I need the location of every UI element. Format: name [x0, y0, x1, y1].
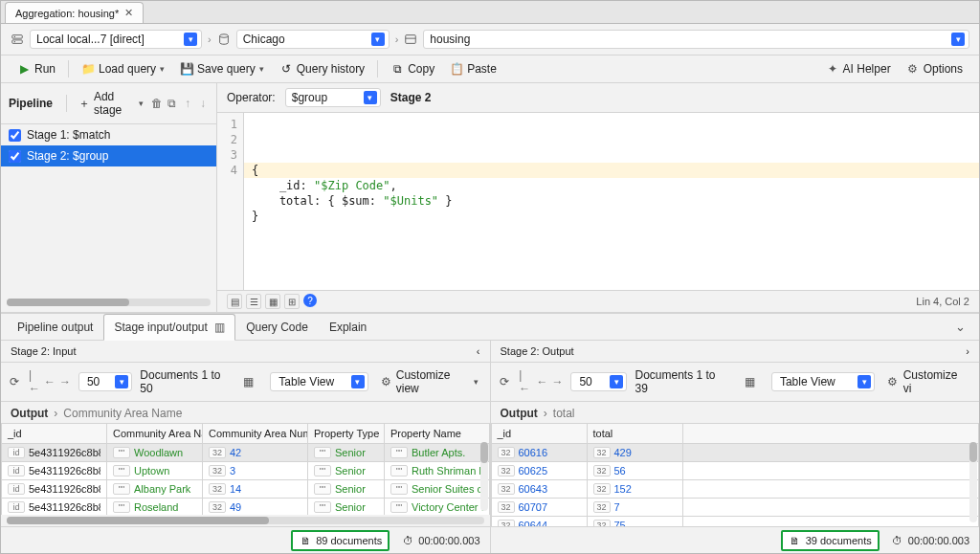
add-stage-button[interactable]: ＋ Add stage ▾: [75, 88, 147, 119]
table-row[interactable]: 3260707327: [491, 499, 979, 517]
grid-cell[interactable]: 3242: [203, 444, 308, 462]
grid-icon[interactable]: ▦: [242, 375, 255, 388]
input-grid-wrap[interactable]: _idCommunity Area NameCommunity Area Num…: [1, 423, 490, 515]
grid-cell[interactable]: 323: [203, 462, 308, 480]
view-selector[interactable]: Table View ▾: [270, 372, 368, 391]
operator-selector[interactable]: $group ▾: [285, 88, 381, 107]
horizontal-scrollbar[interactable]: [7, 517, 484, 524]
grid-cell[interactable]: ""Albany Park: [107, 480, 203, 499]
page-size-selector[interactable]: 50 ▾: [570, 372, 627, 391]
move-down-icon[interactable]: ↓: [197, 97, 209, 110]
database-selector[interactable]: Chicago ▾: [236, 30, 390, 49]
pipeline-stage-item[interactable]: Stage 1: $match: [1, 124, 216, 145]
grid-cell[interactable]: 3260643: [491, 480, 587, 499]
table-row[interactable]: id5e4311926c8b8""Roseland3249""Senior""V…: [2, 499, 490, 516]
grid-cell[interactable]: 32152: [587, 480, 682, 499]
grid-cell[interactable]: ""Butler Apts.: [385, 444, 490, 462]
grid-cell[interactable]: 327: [587, 499, 682, 517]
table-row[interactable]: 326061632429: [491, 444, 979, 462]
grid-cell[interactable]: 3260644: [491, 517, 587, 527]
run-button[interactable]: ▶ Run: [11, 59, 62, 78]
grid-cell[interactable]: ""Roseland: [107, 499, 203, 516]
grid-icon[interactable]: ▦: [743, 375, 756, 388]
document-tab[interactable]: Aggregation: housing* ✕: [5, 2, 144, 23]
grid-cell[interactable]: 3214: [203, 480, 308, 499]
collection-selector[interactable]: housing ▾: [423, 30, 969, 49]
grid-cell[interactable]: 3260625: [491, 462, 587, 480]
ai-helper-button[interactable]: ✦ AI Helper: [819, 59, 898, 78]
view-mode-icon[interactable]: ▤: [227, 294, 242, 309]
table-row[interactable]: 326064332152: [491, 480, 979, 499]
grid-cell[interactable]: ""Senior: [308, 462, 385, 480]
scrollbar-thumb[interactable]: [480, 442, 488, 463]
column-header[interactable]: total: [587, 424, 682, 444]
next-page-icon[interactable]: →: [59, 375, 71, 388]
column-header[interactable]: Property Type: [308, 424, 385, 444]
view-selector[interactable]: Table View ▾: [771, 372, 875, 391]
grid-cell[interactable]: 3275: [587, 517, 682, 527]
prev-page-icon[interactable]: ←: [44, 375, 56, 388]
vertical-scrollbar[interactable]: [480, 442, 488, 511]
collapse-panel-button[interactable]: ⌄: [947, 320, 973, 334]
grid-cell[interactable]: ""Senior: [308, 480, 385, 499]
vertical-scrollbar[interactable]: [969, 442, 977, 522]
table-row[interactable]: 32606443275: [491, 517, 979, 527]
column-header[interactable]: _id: [2, 424, 107, 444]
collapse-right-icon[interactable]: ›: [966, 345, 969, 357]
grid-cell[interactable]: ""Ruth Shriman Ho: [385, 462, 490, 480]
prev-page-icon[interactable]: ←: [536, 375, 547, 388]
code-editor[interactable]: 1234 { _id: "$Zip Code", total: { $sum: …: [217, 113, 979, 290]
collapse-left-icon[interactable]: ‹: [477, 345, 480, 357]
stage-enabled-checkbox[interactable]: [9, 150, 21, 163]
view-mode-icon[interactable]: ⊞: [284, 294, 300, 309]
query-history-button[interactable]: ↺ Query history: [273, 59, 371, 78]
options-button[interactable]: ⚙ Options: [900, 59, 969, 78]
table-row[interactable]: id5e4311926c8b8""Uptown323""Senior""Ruth…: [2, 462, 490, 480]
refresh-icon[interactable]: ⟳: [9, 375, 21, 388]
paste-button[interactable]: 📋 Paste: [443, 59, 503, 78]
tab-pipeline-output[interactable]: Pipeline output: [7, 314, 103, 340]
view-mode-icon[interactable]: ▦: [265, 294, 280, 309]
grid-cell[interactable]: ""Woodlawn: [107, 444, 203, 462]
connection-selector[interactable]: Local local...7 [direct] ▾: [30, 30, 202, 49]
scrollbar-thumb[interactable]: [969, 442, 977, 462]
copy-button[interactable]: ⧉ Copy: [384, 59, 441, 78]
column-header[interactable]: Community Area Numb: [203, 424, 308, 444]
tab-explain[interactable]: Explain: [319, 314, 377, 340]
first-page-icon[interactable]: |←: [29, 368, 40, 395]
grid-cell[interactable]: 3260616: [491, 444, 587, 462]
move-up-icon[interactable]: ↑: [182, 97, 193, 110]
scrollbar-thumb[interactable]: [7, 517, 269, 524]
tab-stage-io[interactable]: Stage input/output ▥: [103, 314, 235, 341]
grid-cell[interactable]: id5e4311926c8b8: [2, 462, 107, 480]
page-size-selector[interactable]: 50 ▾: [78, 372, 132, 391]
grid-cell[interactable]: ""Senior Suites of: [385, 480, 490, 499]
refresh-icon[interactable]: ⟳: [499, 375, 512, 388]
save-query-button[interactable]: 💾 Save query ▾: [173, 59, 271, 78]
stage-enabled-checkbox[interactable]: [9, 129, 21, 142]
grid-cell[interactable]: id5e4311926c8b8: [2, 480, 107, 499]
help-icon[interactable]: ?: [303, 294, 317, 307]
grid-cell[interactable]: ""Senior: [308, 499, 385, 516]
first-page-icon[interactable]: |←: [519, 368, 532, 395]
grid-cell[interactable]: id5e4311926c8b8: [2, 444, 107, 462]
grid-cell[interactable]: ""Senior: [308, 444, 385, 462]
grid-cell[interactable]: 3260707: [491, 499, 587, 517]
grid-cell[interactable]: id5e4311926c8b8: [2, 499, 107, 516]
column-header[interactable]: _id: [491, 424, 587, 444]
duplicate-icon[interactable]: ⧉: [167, 97, 178, 110]
tab-query-code[interactable]: Query Code: [235, 314, 319, 340]
table-row[interactable]: id5e4311926c8b8""Albany Park3214""Senior…: [2, 480, 490, 499]
view-mode-icon[interactable]: ☰: [246, 294, 261, 309]
pipeline-stage-item[interactable]: Stage 2: $group: [1, 145, 216, 166]
customize-view-button[interactable]: ⚙ Customize vi: [882, 366, 971, 397]
table-row[interactable]: id5e4311926c8b8""Woodlawn3242""Senior""B…: [2, 444, 490, 462]
close-icon[interactable]: ✕: [124, 7, 133, 19]
output-grid-wrap[interactable]: _idtotal32606163242932606253256326064332…: [491, 423, 980, 526]
code-body[interactable]: { _id: "$Zip Code", total: { $sum: "$Uni…: [244, 113, 979, 290]
customize-view-button[interactable]: ⚙ Customize view ▾: [376, 366, 482, 397]
grid-cell[interactable]: 32429: [587, 444, 682, 462]
scrollbar-thumb[interactable]: [7, 299, 129, 306]
column-header[interactable]: Community Area Name: [107, 424, 203, 444]
grid-cell[interactable]: 3256: [587, 462, 682, 480]
